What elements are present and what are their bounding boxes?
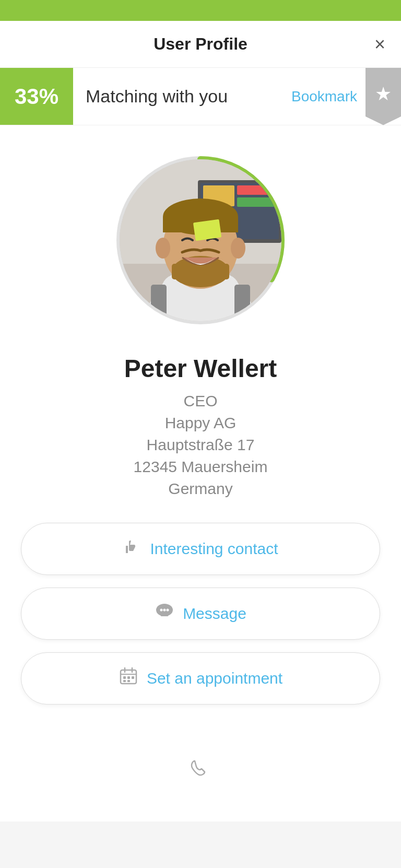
thumbs-up-icon <box>123 537 141 560</box>
page-title: User Profile <box>154 34 247 54</box>
header: User Profile × <box>0 21 401 68</box>
match-percentage: 33% <box>0 68 73 125</box>
interesting-contact-button[interactable]: Interesting contact <box>21 523 380 575</box>
interesting-contact-label: Interesting contact <box>150 540 278 558</box>
match-actions: Bookmark <box>283 68 401 125</box>
profile-street: Hauptstraße 17 <box>147 436 255 454</box>
svg-rect-17 <box>193 219 221 241</box>
svg-point-24 <box>160 609 163 612</box>
close-button[interactable]: × <box>374 35 385 54</box>
appointment-button[interactable]: Set an appointment <box>21 652 380 705</box>
profile-company: Happy AG <box>165 414 237 432</box>
svg-point-18 <box>156 238 170 259</box>
message-label: Message <box>183 605 246 623</box>
profile-city: 12345 Mauersheim <box>134 458 268 476</box>
svg-rect-32 <box>127 676 130 679</box>
message-icon <box>155 602 174 625</box>
main-content: Peter Wellert CEO Happy AG Hauptstraße 1… <box>0 125 401 736</box>
action-buttons: Interesting contact Message <box>21 523 380 705</box>
avatar <box>120 159 281 321</box>
svg-point-19 <box>231 238 245 259</box>
svg-rect-7 <box>237 197 276 207</box>
message-button[interactable]: Message <box>21 588 380 640</box>
phone-section <box>0 736 401 822</box>
avatar-container <box>112 151 289 329</box>
profile-name: Peter Wellert <box>124 354 277 383</box>
phone-icon[interactable] <box>187 757 214 790</box>
svg-rect-22 <box>126 546 128 553</box>
match-bar: 33% Matching with you Bookmark <box>0 68 401 125</box>
match-text: Matching with you <box>73 68 283 125</box>
top-status-bar <box>0 0 401 21</box>
profile-country: Germany <box>168 480 232 498</box>
svg-point-26 <box>167 609 169 612</box>
svg-rect-34 <box>123 680 126 682</box>
profile-title: CEO <box>183 392 217 410</box>
bookmark-button[interactable]: Bookmark <box>283 88 365 105</box>
svg-rect-33 <box>132 676 134 679</box>
svg-rect-31 <box>123 676 126 679</box>
svg-rect-35 <box>127 680 130 682</box>
svg-rect-16 <box>172 264 229 279</box>
appointment-label: Set an appointment <box>147 670 282 687</box>
svg-point-25 <box>163 609 166 612</box>
calendar-icon <box>119 667 138 690</box>
star-badge-button[interactable] <box>365 68 401 125</box>
